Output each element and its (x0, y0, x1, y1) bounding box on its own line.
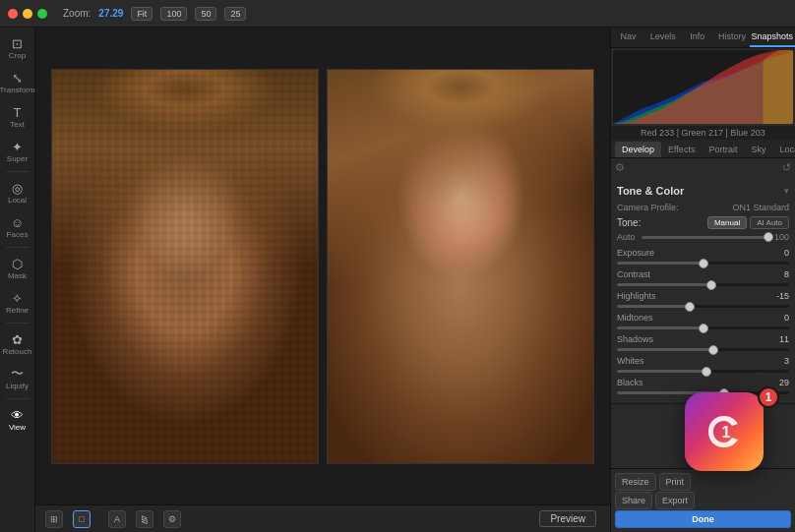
before-image-container (51, 69, 319, 464)
layer-tab-portrait[interactable]: Portrait (702, 142, 744, 157)
contrast-label: Contrast (617, 269, 650, 279)
resize-button[interactable]: Resize (615, 473, 656, 491)
zoom-100-button[interactable]: 100 (160, 7, 187, 21)
contrast-value: 8 (784, 269, 789, 279)
midtones-thumb[interactable] (699, 324, 708, 333)
reset-icon[interactable]: ↺ (782, 161, 791, 174)
before-image (52, 70, 318, 463)
blacks-value: 29 (779, 378, 789, 387)
badge-icon: 1 (685, 392, 764, 471)
tab-levels[interactable]: Levels (645, 28, 680, 47)
tool-super[interactable]: ✦ Super (2, 135, 33, 167)
exposure-thumb[interactable] (699, 259, 708, 268)
tool-text[interactable]: T Text (2, 100, 33, 133)
retouch-icon: ✿ (10, 331, 26, 347)
notification-badge[interactable]: 1 1 (685, 392, 773, 481)
midtones-fill (617, 326, 703, 329)
info-button[interactable]: A (108, 510, 126, 528)
view-icon: 👁 (10, 407, 26, 423)
auto-label: Auto (617, 232, 636, 242)
histogram-info: Red 233 | Green 217 | Blue 203 (611, 126, 795, 140)
layer-tab-sky[interactable]: Sky (744, 142, 772, 157)
zoom-50-button[interactable]: 50 (195, 7, 216, 21)
shadows-thumb[interactable] (708, 345, 718, 355)
tone-color-section: Tone & Color ▾ Camera Profile: ON1 Stand… (611, 177, 795, 404)
exposure-track (617, 262, 789, 265)
zoom-fit-button[interactable]: Fit (131, 7, 153, 21)
tool-retouch[interactable]: ✿ Retouch (2, 327, 33, 360)
layer-tab-effects[interactable]: Effects (661, 142, 702, 157)
midtones-header: Midtones 0 (617, 313, 789, 323)
settings-small-icon[interactable]: ⚙ (615, 161, 625, 174)
tool-view[interactable]: 👁 View (2, 403, 33, 436)
maximize-dot[interactable] (37, 9, 47, 19)
layer-tab-local[interactable]: Local (772, 142, 795, 157)
highlights-label: Highlights (617, 291, 656, 301)
tone-color-header[interactable]: Tone & Color ▾ (617, 181, 789, 201)
tool-faces-label: Faces (7, 231, 29, 239)
tool-faces[interactable]: ☺ Faces (2, 210, 33, 243)
minimize-dot[interactable] (23, 9, 32, 19)
ai-auto-tone-button[interactable]: AI Auto (750, 216, 789, 229)
tone-buttons: Manual AI Auto (707, 216, 789, 229)
midtones-track (617, 326, 789, 329)
highlights-thumb[interactable] (685, 302, 695, 312)
highlights-slider: Highlights -15 (617, 291, 789, 310)
auto-row: Auto 100 (617, 231, 789, 245)
tone-color-arrow: ▾ (784, 186, 789, 196)
tab-snapshots[interactable]: Snapshots (750, 28, 796, 47)
auto-slider-thumb[interactable] (764, 232, 773, 242)
blacks-label: Blacks (617, 378, 643, 387)
histogram-container (613, 50, 793, 124)
highlights-track (617, 305, 789, 308)
zoom-25-button[interactable]: 25 (224, 7, 246, 21)
layers-tabs: Develop Effects Portrait Sky Local (611, 140, 795, 158)
layer-tab-develop[interactable]: Develop (615, 142, 661, 157)
tab-history[interactable]: History (714, 28, 749, 47)
close-dot[interactable] (8, 9, 18, 19)
settings-button[interactable]: ⚙ (163, 510, 181, 528)
grid-button[interactable]: □ (73, 510, 91, 528)
left-toolbar: ⊡ Crop ⤡ Transform T Text ✦ Super ◎ Loca… (0, 28, 35, 532)
exposure-label: Exposure (617, 248, 654, 258)
tone-label: Tone: (617, 217, 641, 228)
exposure-slider: Exposure 0 (617, 248, 789, 266)
contrast-thumb[interactable] (706, 280, 716, 290)
camera-profile-value: ON1 Standard (732, 203, 789, 212)
export-button[interactable]: Export (655, 492, 695, 509)
done-button[interactable]: Done (615, 510, 791, 528)
share-button[interactable]: Share (615, 492, 652, 509)
compare-button[interactable]: ⧎ (136, 510, 153, 528)
navigator-button[interactable]: ⊞ (45, 510, 63, 528)
tool-refine[interactable]: ⟡ Refine (2, 286, 33, 319)
midtones-slider: Midtones 0 (617, 313, 789, 331)
bottom-toolbar: ⊞ □ A ⧎ ⚙ Preview (35, 504, 610, 532)
tool-liquify[interactable]: 〜 Liquify (2, 362, 33, 394)
manual-tone-button[interactable]: Manual (707, 216, 747, 229)
tool-crop[interactable]: ⊡ Crop (2, 31, 33, 64)
exposure-value: 0 (784, 248, 789, 258)
tool-divider-4 (6, 398, 30, 399)
camera-profile-row: Camera Profile: ON1 Standard (617, 201, 789, 214)
tab-nav[interactable]: Nav (611, 28, 645, 47)
whites-header: Whites 3 (617, 356, 789, 366)
main-layout: ⊡ Crop ⤡ Transform T Text ✦ Super ◎ Loca… (0, 28, 795, 532)
panel-icon-row: ⚙ ↺ (611, 158, 795, 177)
notification-count: 1 (758, 386, 779, 408)
shadows-label: Shadows (617, 334, 653, 344)
tool-local-label: Local (8, 197, 27, 205)
super-icon: ✦ (10, 139, 26, 154)
camera-profile-label: Camera Profile: (617, 203, 679, 212)
tool-mask[interactable]: ⬡ Mask (2, 252, 33, 284)
tool-transform[interactable]: ⤡ Transform (2, 66, 33, 98)
tool-view-label: View (9, 424, 26, 432)
tool-text-label: Text (10, 121, 25, 129)
tab-info[interactable]: Info (680, 28, 714, 47)
whites-fill (617, 370, 706, 373)
contrast-track (617, 283, 789, 286)
tool-refine-label: Refine (6, 307, 29, 315)
preview-button[interactable]: Preview (539, 510, 596, 527)
midtones-value: 0 (784, 313, 789, 323)
whites-thumb[interactable] (702, 367, 711, 377)
tool-local[interactable]: ◎ Local (2, 176, 33, 208)
